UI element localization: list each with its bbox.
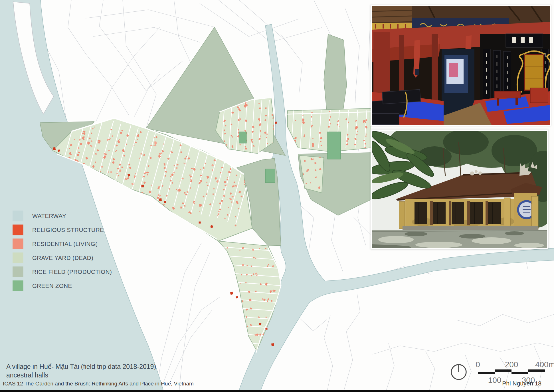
- ancestral-hall-interior-art: [372, 6, 550, 125]
- map-subtitle: ancestral halls: [6, 371, 48, 379]
- legend-row-greenzone: GREEN ZONE: [13, 279, 112, 293]
- legend-row-graveyard: GRAVE YARD (DEAD): [13, 251, 112, 265]
- religious-swatch: [13, 225, 23, 235]
- slide: WATERWAY RELIGIOUS STRUCTURE RESIDENTIAL…: [0, 0, 554, 392]
- legend-row-ricefield: RICE FIELD (PRODUCTION): [13, 265, 112, 279]
- map-legend: WATERWAY RELIGIOUS STRUCTURE RESIDENTIAL…: [13, 209, 112, 293]
- waterway-swatch: [13, 211, 23, 221]
- scale-segment-3: [511, 372, 528, 374]
- graveyard-swatch: [13, 252, 23, 263]
- ancestral-hall-exterior-art: [372, 131, 547, 248]
- photo-ancestral-hall-interior[interactable]: [371, 5, 551, 126]
- religious-label: RELIGIOUS STRUCTURE: [32, 227, 104, 233]
- scale-label-200: 200: [505, 360, 518, 369]
- residential-label: RESIDENTIAL (LIVING(: [32, 241, 97, 247]
- bottom-bar: [0, 390, 554, 392]
- photo-ancestral-hall-exterior[interactable]: [371, 130, 548, 249]
- scale-label-0: 0: [476, 360, 480, 369]
- greenzone-swatch: [13, 280, 23, 291]
- map-title: A village in Huế- Mậu Tài (field trip da…: [6, 363, 156, 371]
- conference-footer: ICAS 12 The Garden and the Brush: Rethin…: [3, 381, 194, 387]
- legend-row-waterway: WATERWAY: [13, 209, 112, 223]
- scale-label-100: 100: [488, 376, 502, 385]
- scale-segment-2: [495, 369, 511, 372]
- author-credit: Phi Nguyen 18: [502, 380, 541, 387]
- scale-segment-4: [528, 369, 545, 372]
- scale-segment-1: [478, 372, 495, 374]
- ricefield-label: RICE FIELD (PRODUCTION): [32, 268, 112, 275]
- legend-row-religious: RELIGIOUS STRUCTURE: [13, 223, 112, 237]
- residential-swatch: [13, 239, 23, 249]
- ricefield-swatch: [13, 266, 23, 277]
- greenzone-label: GREEN ZONE: [32, 282, 72, 289]
- legend-row-residential: RESIDENTIAL (LIVING(: [13, 237, 112, 251]
- graveyard-label: GRAVE YARD (DEAD): [32, 254, 93, 261]
- waterway-label: WATERWAY: [32, 213, 66, 219]
- waterway-left-river: [0, 0, 164, 392]
- scale-label-400m: 400m: [535, 360, 554, 369]
